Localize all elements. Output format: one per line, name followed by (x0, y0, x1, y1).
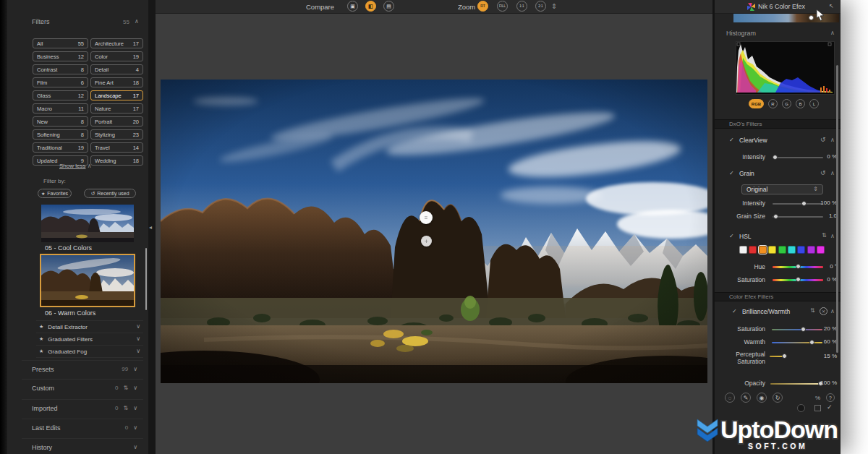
channel-button[interactable]: RGB (749, 99, 764, 108)
zoom-1-1-button[interactable]: 1:1 (516, 1, 527, 12)
filter-category-chip[interactable]: Business 12 (33, 51, 88, 61)
show-mask-button[interactable]: ◉ (757, 393, 767, 403)
tool-expand-icon[interactable]: ∨ (136, 348, 140, 354)
filter-category-chip[interactable]: Nature 17 (90, 103, 143, 113)
zoom-fit-button[interactable]: FIT (477, 1, 488, 12)
photo-canvas[interactable] (161, 80, 707, 383)
filter-category-chip[interactable]: Film 6 (33, 77, 88, 87)
help-button[interactable]: ? (826, 393, 835, 402)
slider-knob[interactable] (782, 354, 787, 359)
filter-category-chip[interactable]: Landscape 17 (90, 90, 143, 100)
section-imported[interactable]: Imported 0 ⇅ ∨ (22, 402, 143, 414)
channel-button[interactable]: B (796, 99, 805, 108)
hsl-checkbox[interactable]: ✓ (729, 233, 734, 239)
channel-button[interactable]: G (782, 99, 791, 108)
brilliance-collapse-icon[interactable]: ∧ (830, 309, 835, 314)
filter-category-chip[interactable]: Contrast 8 (33, 64, 88, 74)
filter-category-chip[interactable]: Stylizing 23 (90, 129, 143, 140)
filter-category-chip[interactable]: Wedding 18 (90, 155, 143, 166)
histogram-collapse-icon[interactable]: ∧ (830, 30, 835, 36)
compare-split-button[interactable]: ◧ (365, 1, 376, 12)
slider-knob[interactable] (801, 327, 806, 332)
collapse-panel-icon[interactable]: ↖ (829, 3, 834, 9)
hsl-reorder-icon[interactable]: ⇅ (822, 233, 827, 239)
clearview-collapse-icon[interactable]: ∧ (830, 137, 835, 143)
hsl-collapse-icon[interactable]: ∧ (830, 234, 835, 239)
brush-button[interactable]: ✎ (741, 393, 751, 403)
invert-mask-button[interactable]: ↻ (773, 393, 783, 403)
color-swatch[interactable] (749, 246, 757, 254)
clearview-reset-icon[interactable]: ↺ (820, 137, 826, 143)
slider-knob[interactable] (796, 264, 801, 269)
brilliance-reorder-icon[interactable]: ⇅ (810, 308, 815, 314)
color-swatch[interactable] (788, 246, 796, 254)
grain-collapse-icon[interactable]: ∧ (830, 171, 835, 176)
slider-knob[interactable] (796, 277, 801, 282)
filter-category-chip[interactable]: Traditional 19 (33, 142, 88, 153)
grain-preset-dropdown[interactable]: Original ⇕ (741, 184, 823, 194)
sidebar-scrollbar[interactable] (145, 248, 147, 310)
last-edits-expand-icon[interactable]: ∨ (133, 425, 137, 431)
zoom-2-1-button[interactable]: 2:1 (535, 1, 546, 12)
brilliance-checkbox[interactable]: ✓ (732, 308, 737, 314)
recently-used-button[interactable]: ↺ Recently used (84, 189, 136, 198)
section-custom[interactable]: Custom 0 ⇅ ∨ (22, 382, 143, 394)
filters-collapse-icon[interactable]: ∧ (135, 19, 139, 25)
imported-expand-icon[interactable]: ∨ (133, 406, 137, 411)
tool-expand-icon[interactable]: ∨ (136, 336, 140, 342)
slider-knob[interactable] (801, 201, 807, 206)
color-swatch[interactable] (817, 246, 825, 254)
color-swatch[interactable] (768, 246, 776, 254)
filter-category-chip[interactable]: Glass 12 (33, 90, 88, 100)
preset-thumbnail-cool-colors[interactable] (41, 205, 134, 242)
zoom-fill-button[interactable]: FILL (497, 1, 508, 12)
section-presets[interactable]: Presets 99 ∨ (22, 363, 143, 375)
section-history[interactable]: History ∨ (22, 441, 143, 453)
color-swatch[interactable] (759, 246, 767, 254)
color-swatch[interactable] (778, 246, 786, 254)
channel-button[interactable]: L (809, 99, 819, 108)
favorites-button[interactable]: ★ Favorites (38, 189, 72, 198)
brilliance-remove-icon[interactable]: ✕ (820, 307, 827, 315)
compare-side-button[interactable]: ▤ (383, 1, 394, 12)
filter-category-chip[interactable]: Color 19 (90, 51, 143, 61)
filter-category-chip[interactable]: Detail 4 (90, 64, 143, 74)
control-point-add[interactable]: + (421, 236, 432, 247)
history-expand-icon[interactable]: ∨ (133, 445, 137, 450)
channel-button[interactable]: R (768, 99, 778, 108)
section-last-edits[interactable]: Last Edits 0 ∨ (22, 421, 143, 434)
collapse-sidebar-icon[interactable]: ◂ (149, 224, 152, 231)
mask-opacity-icon[interactable]: % (815, 395, 820, 401)
tool-row[interactable]: ★ Graduated Filters ∨ (36, 333, 143, 345)
filter-category-chip[interactable]: Macro 11 (33, 103, 88, 113)
compare-original-button[interactable]: ▣ (347, 1, 358, 12)
filter-category-chip[interactable]: Softening 8 (33, 129, 88, 140)
slider-knob[interactable] (773, 155, 778, 160)
right-panel-scrollbar[interactable] (836, 65, 838, 353)
control-point-active[interactable]: ≡ (420, 211, 433, 224)
filter-category-chip[interactable]: Travel 14 (90, 142, 143, 153)
preset-thumbnail-warm-colors[interactable] (40, 254, 135, 307)
selective-mask-button[interactable]: ◌ (725, 393, 735, 403)
tool-row[interactable]: ★ Graduated Fog ∨ (36, 345, 143, 358)
presets-expand-icon[interactable]: ∨ (133, 367, 137, 372)
imported-sort-icon[interactable]: ⇅ (123, 405, 128, 411)
grain-reset-icon[interactable]: ↺ (820, 170, 826, 176)
tool-row[interactable]: ★ Detail Extractor ∨ (36, 320, 143, 333)
slider-knob[interactable] (773, 214, 778, 219)
color-swatch[interactable] (807, 246, 815, 254)
filter-category-chip[interactable]: Fine Art 18 (90, 77, 143, 87)
tool-expand-icon[interactable]: ∨ (136, 324, 140, 330)
zoom-stepper-icon[interactable]: ⇕ (551, 2, 557, 10)
grain-checkbox[interactable]: ✓ (729, 170, 734, 176)
custom-sort-icon[interactable]: ⇅ (123, 385, 128, 391)
color-swatch[interactable] (797, 246, 805, 254)
clearview-checkbox[interactable]: ✓ (729, 137, 734, 143)
filter-category-chip[interactable]: All 55 (33, 38, 88, 48)
show-less-link[interactable]: Show less ∧ (59, 163, 92, 169)
color-swatch[interactable] (739, 246, 747, 254)
custom-expand-icon[interactable]: ∨ (133, 385, 137, 391)
perceptual-saturation-slider[interactable] (770, 356, 786, 357)
filter-category-chip[interactable]: New 8 (33, 116, 88, 127)
filter-category-chip[interactable]: Architecture 17 (90, 38, 143, 48)
